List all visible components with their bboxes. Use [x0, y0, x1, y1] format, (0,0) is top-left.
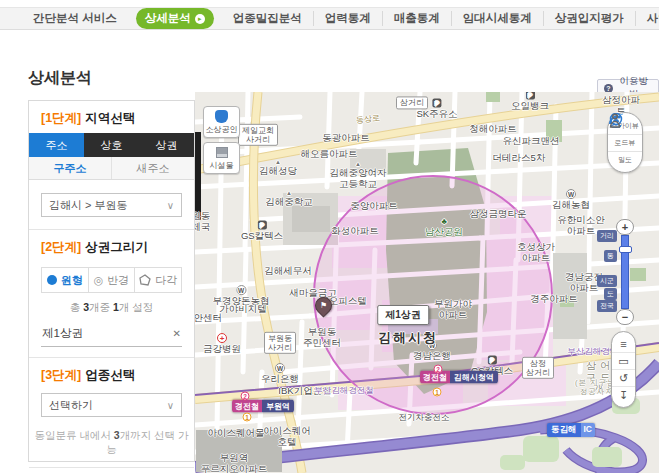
- map-button-시설물[interactable]: 시설물: [203, 142, 240, 174]
- active-arrow-icon: ▸: [195, 14, 205, 24]
- trade-area-name: 제1상권: [42, 326, 83, 341]
- step1-title: 지역선택: [85, 111, 135, 125]
- step1-tabs: 주소상호상권: [29, 133, 194, 157]
- undo-button[interactable]: ↺: [612, 369, 635, 386]
- step1-subtabs: 구주소새주소: [29, 157, 194, 180]
- step2-header: [2단계]상권그리기: [29, 230, 194, 262]
- map-button-소상공인[interactable]: 소상공인: [203, 106, 240, 138]
- flag-icon: ⚑: [320, 301, 327, 310]
- zoom-slider[interactable]: [621, 235, 629, 309]
- ruler-button[interactable]: ▭: [612, 352, 635, 369]
- view-control-label: 밀도: [608, 155, 642, 165]
- polygon-icon: [139, 274, 151, 286]
- map-button-label: 소상공인: [204, 124, 239, 135]
- route-number-1: 1: [243, 413, 252, 422]
- step1-badge: [1단계]: [41, 111, 81, 125]
- nav-item-상권입지평가[interactable]: 상권입지평가: [543, 11, 635, 26]
- shape-label: 원형: [61, 273, 83, 288]
- route-number-1: 1: [433, 388, 442, 397]
- nav-item-상세분석[interactable]: 상세분석▸: [136, 8, 214, 29]
- shape-반경[interactable]: ◎반경: [88, 268, 135, 292]
- step3-header: [3단계]업종선택: [29, 358, 194, 390]
- map-button-label: 시설물: [204, 160, 239, 171]
- map-view-controls: 스카이뷰로드뷰밀도: [607, 112, 643, 173]
- nav-item-임대시세통계[interactable]: 임대시세통계: [451, 11, 543, 26]
- interchange-badge-part: 동김해: [547, 423, 581, 437]
- page-title: 상세분석: [28, 68, 92, 89]
- station-badge-segment: 부원역: [262, 400, 294, 413]
- zoom-out-button[interactable]: −: [616, 309, 634, 325]
- circle-filled-icon: [47, 275, 57, 285]
- download-icon: ↧: [619, 389, 628, 401]
- remove-area-icon[interactable]: ✕: [173, 328, 181, 339]
- app: 간단분석 서비스상세분석▸업종밀집분석업력통계매출통계임대시세통계상권입지평가사…: [0, 0, 659, 473]
- panel-actions: 초기화 분석하기: [29, 467, 194, 473]
- step3-badge: [3단계]: [41, 368, 81, 382]
- station-badge-김해시청역: 경전철김해시청역: [420, 371, 498, 384]
- interchange-badge-동김해: 동김해IC: [547, 423, 595, 437]
- region-select-value: 김해시 > 부원동: [49, 198, 128, 213]
- collapsed-panel-strip: [195, 132, 201, 220]
- cityhall-label: 김해시청: [378, 329, 438, 347]
- zoom-level-tag-도[interactable]: 도: [604, 288, 617, 300]
- map[interactable]: 동광아파트해오름아파트▲김해성당▲김해중앙여자 고등학교▲김해중학교중앙아파트화…: [195, 92, 659, 473]
- zoom-slider-handle[interactable]: [619, 246, 632, 253]
- map-canvas: [195, 92, 659, 473]
- station-badge-segment: 김해시청역: [450, 371, 498, 384]
- tab-주소[interactable]: 주소: [29, 133, 84, 157]
- subtab-새주소[interactable]: 새주소: [111, 157, 194, 179]
- view-control-로드뷰[interactable]: 로드뷰: [608, 134, 642, 151]
- radius-icon: ◎: [94, 274, 104, 287]
- chevron-down-icon: ∨: [167, 400, 174, 411]
- shape-label: 반경: [107, 273, 129, 288]
- tab-상호[interactable]: 상호: [84, 133, 139, 157]
- industry-hint: 동일분류 내에서 3개까지 선택 가능: [33, 429, 190, 457]
- nav-item-매출통계[interactable]: 매출통계: [382, 11, 451, 26]
- map-tool-buttons: ≡▭↺↧: [611, 331, 636, 408]
- tab-상권[interactable]: 상권: [139, 133, 194, 157]
- zoom-control: + −: [616, 219, 634, 325]
- shape-buttons: 원형◎반경다각: [41, 267, 182, 293]
- route-number-2: 2: [241, 392, 250, 401]
- top-nav: 간단분석 서비스상세분석▸업종밀집분석업력통계매출통계임대시세통계상권입지평가사…: [0, 7, 659, 30]
- zoom-level-tag-전국[interactable]: 전국: [597, 300, 617, 312]
- route-number-2: 2: [434, 365, 443, 374]
- area-count-text: 총 3개중 1개 설정: [29, 301, 194, 315]
- shape-원형[interactable]: 원형: [42, 268, 88, 292]
- step2-title: 상권그리기: [85, 240, 148, 254]
- trade-area-row: 제1상권 ✕: [41, 321, 182, 347]
- subtab-구주소[interactable]: 구주소: [29, 157, 111, 179]
- view-control-label: 로드뷰: [608, 138, 642, 148]
- chevron-down-icon: ∨: [167, 200, 174, 211]
- ruler-icon: ▭: [618, 355, 628, 367]
- nav-item-사업자경영평가[interactable]: 사업자경영평가: [635, 11, 659, 26]
- nav-item-업종밀집분석[interactable]: 업종밀집분석: [222, 11, 313, 26]
- undo-icon: ↺: [619, 372, 628, 384]
- zoom-in-button[interactable]: +: [616, 219, 634, 235]
- step1-header: [1단계]지역선택: [29, 101, 194, 133]
- step3-title: 업종선택: [85, 368, 135, 382]
- nav-item-간단분석 서비스[interactable]: 간단분석 서비스: [22, 11, 128, 26]
- industry-select[interactable]: 선택하기 ∨: [41, 393, 182, 417]
- zoom-level-tag-동[interactable]: 동: [604, 250, 617, 262]
- shape-label: 다각: [155, 273, 177, 288]
- station-badge-부원역: 경전철부원역: [232, 400, 294, 413]
- trade-area-label: 제1상권: [377, 305, 429, 325]
- region-select[interactable]: 김해시 > 부원동 ∨: [41, 193, 182, 217]
- zoom-level-tag-시군[interactable]: 시군: [597, 275, 617, 287]
- analysis-panel: [1단계]지역선택 주소상호상권 구주소새주소 김해시 > 부원동 ∨ [2단계…: [28, 100, 195, 462]
- step2-badge: [2단계]: [41, 240, 81, 254]
- industry-select-value: 선택하기: [49, 398, 93, 413]
- view-control-밀도[interactable]: 밀도: [608, 151, 642, 168]
- station-badge-segment: 경전철: [232, 400, 262, 413]
- sbiz-logo-icon: [215, 110, 228, 123]
- shape-다각[interactable]: 다각: [134, 268, 181, 292]
- zoom-level-tag-거리[interactable]: 거리: [597, 230, 617, 242]
- download-button[interactable]: ↧: [612, 386, 635, 403]
- legend-icon: ≡: [620, 338, 626, 350]
- nav-item-업력통계[interactable]: 업력통계: [313, 11, 382, 26]
- interchange-badge-part: IC: [581, 423, 596, 437]
- legend-button[interactable]: ≡: [612, 336, 635, 352]
- facility-icon: [216, 147, 228, 158]
